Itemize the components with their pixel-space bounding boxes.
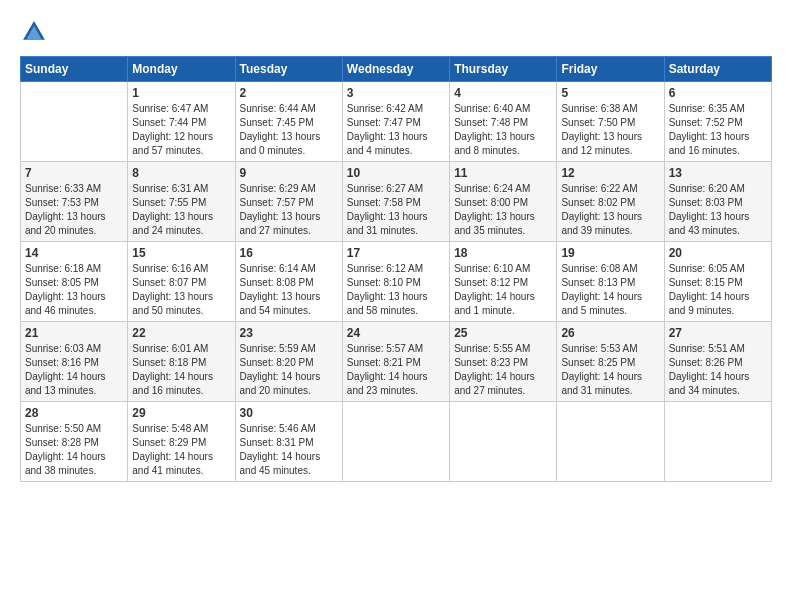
calendar-cell: 13Sunrise: 6:20 AM Sunset: 8:03 PM Dayli… bbox=[664, 162, 771, 242]
calendar-cell: 19Sunrise: 6:08 AM Sunset: 8:13 PM Dayli… bbox=[557, 242, 664, 322]
day-info: Sunrise: 6:10 AM Sunset: 8:12 PM Dayligh… bbox=[454, 262, 552, 318]
logo-icon bbox=[20, 18, 48, 46]
day-number: 26 bbox=[561, 326, 659, 340]
calendar-cell: 16Sunrise: 6:14 AM Sunset: 8:08 PM Dayli… bbox=[235, 242, 342, 322]
day-number: 7 bbox=[25, 166, 123, 180]
day-info: Sunrise: 6:33 AM Sunset: 7:53 PM Dayligh… bbox=[25, 182, 123, 238]
day-number: 19 bbox=[561, 246, 659, 260]
day-info: Sunrise: 6:42 AM Sunset: 7:47 PM Dayligh… bbox=[347, 102, 445, 158]
day-number: 2 bbox=[240, 86, 338, 100]
weekday-header-tuesday: Tuesday bbox=[235, 57, 342, 82]
header bbox=[20, 18, 772, 46]
day-info: Sunrise: 6:47 AM Sunset: 7:44 PM Dayligh… bbox=[132, 102, 230, 158]
calendar-cell bbox=[450, 402, 557, 482]
day-info: Sunrise: 5:57 AM Sunset: 8:21 PM Dayligh… bbox=[347, 342, 445, 398]
day-number: 29 bbox=[132, 406, 230, 420]
day-number: 21 bbox=[25, 326, 123, 340]
weekday-header-sunday: Sunday bbox=[21, 57, 128, 82]
calendar-cell: 20Sunrise: 6:05 AM Sunset: 8:15 PM Dayli… bbox=[664, 242, 771, 322]
calendar-cell: 27Sunrise: 5:51 AM Sunset: 8:26 PM Dayli… bbox=[664, 322, 771, 402]
calendar-cell: 11Sunrise: 6:24 AM Sunset: 8:00 PM Dayli… bbox=[450, 162, 557, 242]
day-number: 4 bbox=[454, 86, 552, 100]
week-row-1: 1Sunrise: 6:47 AM Sunset: 7:44 PM Daylig… bbox=[21, 82, 772, 162]
day-number: 30 bbox=[240, 406, 338, 420]
day-info: Sunrise: 6:16 AM Sunset: 8:07 PM Dayligh… bbox=[132, 262, 230, 318]
week-row-3: 14Sunrise: 6:18 AM Sunset: 8:05 PM Dayli… bbox=[21, 242, 772, 322]
week-row-4: 21Sunrise: 6:03 AM Sunset: 8:16 PM Dayli… bbox=[21, 322, 772, 402]
calendar-cell: 5Sunrise: 6:38 AM Sunset: 7:50 PM Daylig… bbox=[557, 82, 664, 162]
day-number: 5 bbox=[561, 86, 659, 100]
day-info: Sunrise: 6:29 AM Sunset: 7:57 PM Dayligh… bbox=[240, 182, 338, 238]
calendar-cell: 24Sunrise: 5:57 AM Sunset: 8:21 PM Dayli… bbox=[342, 322, 449, 402]
day-info: Sunrise: 6:40 AM Sunset: 7:48 PM Dayligh… bbox=[454, 102, 552, 158]
calendar-cell: 28Sunrise: 5:50 AM Sunset: 8:28 PM Dayli… bbox=[21, 402, 128, 482]
calendar-cell: 3Sunrise: 6:42 AM Sunset: 7:47 PM Daylig… bbox=[342, 82, 449, 162]
day-number: 10 bbox=[347, 166, 445, 180]
day-number: 11 bbox=[454, 166, 552, 180]
calendar-cell: 25Sunrise: 5:55 AM Sunset: 8:23 PM Dayli… bbox=[450, 322, 557, 402]
calendar-cell: 4Sunrise: 6:40 AM Sunset: 7:48 PM Daylig… bbox=[450, 82, 557, 162]
calendar-cell: 10Sunrise: 6:27 AM Sunset: 7:58 PM Dayli… bbox=[342, 162, 449, 242]
day-info: Sunrise: 6:01 AM Sunset: 8:18 PM Dayligh… bbox=[132, 342, 230, 398]
weekday-header-monday: Monday bbox=[128, 57, 235, 82]
day-number: 15 bbox=[132, 246, 230, 260]
day-info: Sunrise: 5:51 AM Sunset: 8:26 PM Dayligh… bbox=[669, 342, 767, 398]
day-number: 28 bbox=[25, 406, 123, 420]
day-number: 27 bbox=[669, 326, 767, 340]
day-number: 3 bbox=[347, 86, 445, 100]
day-number: 6 bbox=[669, 86, 767, 100]
day-info: Sunrise: 5:50 AM Sunset: 8:28 PM Dayligh… bbox=[25, 422, 123, 478]
calendar-cell: 1Sunrise: 6:47 AM Sunset: 7:44 PM Daylig… bbox=[128, 82, 235, 162]
day-info: Sunrise: 5:59 AM Sunset: 8:20 PM Dayligh… bbox=[240, 342, 338, 398]
day-info: Sunrise: 6:24 AM Sunset: 8:00 PM Dayligh… bbox=[454, 182, 552, 238]
weekday-header-friday: Friday bbox=[557, 57, 664, 82]
calendar-cell bbox=[557, 402, 664, 482]
calendar-cell: 17Sunrise: 6:12 AM Sunset: 8:10 PM Dayli… bbox=[342, 242, 449, 322]
day-number: 8 bbox=[132, 166, 230, 180]
day-info: Sunrise: 6:31 AM Sunset: 7:55 PM Dayligh… bbox=[132, 182, 230, 238]
calendar-cell: 2Sunrise: 6:44 AM Sunset: 7:45 PM Daylig… bbox=[235, 82, 342, 162]
day-info: Sunrise: 6:20 AM Sunset: 8:03 PM Dayligh… bbox=[669, 182, 767, 238]
calendar-cell bbox=[664, 402, 771, 482]
day-number: 22 bbox=[132, 326, 230, 340]
calendar-page: SundayMondayTuesdayWednesdayThursdayFrid… bbox=[0, 0, 792, 612]
day-number: 17 bbox=[347, 246, 445, 260]
calendar-cell bbox=[21, 82, 128, 162]
calendar-cell: 14Sunrise: 6:18 AM Sunset: 8:05 PM Dayli… bbox=[21, 242, 128, 322]
day-info: Sunrise: 6:08 AM Sunset: 8:13 PM Dayligh… bbox=[561, 262, 659, 318]
week-row-5: 28Sunrise: 5:50 AM Sunset: 8:28 PM Dayli… bbox=[21, 402, 772, 482]
day-number: 1 bbox=[132, 86, 230, 100]
calendar-cell: 23Sunrise: 5:59 AM Sunset: 8:20 PM Dayli… bbox=[235, 322, 342, 402]
day-number: 14 bbox=[25, 246, 123, 260]
weekday-header-wednesday: Wednesday bbox=[342, 57, 449, 82]
day-info: Sunrise: 5:48 AM Sunset: 8:29 PM Dayligh… bbox=[132, 422, 230, 478]
day-info: Sunrise: 5:55 AM Sunset: 8:23 PM Dayligh… bbox=[454, 342, 552, 398]
day-info: Sunrise: 6:14 AM Sunset: 8:08 PM Dayligh… bbox=[240, 262, 338, 318]
day-number: 20 bbox=[669, 246, 767, 260]
day-info: Sunrise: 6:03 AM Sunset: 8:16 PM Dayligh… bbox=[25, 342, 123, 398]
day-info: Sunrise: 6:44 AM Sunset: 7:45 PM Dayligh… bbox=[240, 102, 338, 158]
day-number: 16 bbox=[240, 246, 338, 260]
day-info: Sunrise: 6:38 AM Sunset: 7:50 PM Dayligh… bbox=[561, 102, 659, 158]
day-info: Sunrise: 5:53 AM Sunset: 8:25 PM Dayligh… bbox=[561, 342, 659, 398]
day-info: Sunrise: 6:22 AM Sunset: 8:02 PM Dayligh… bbox=[561, 182, 659, 238]
calendar-cell: 9Sunrise: 6:29 AM Sunset: 7:57 PM Daylig… bbox=[235, 162, 342, 242]
day-info: Sunrise: 6:35 AM Sunset: 7:52 PM Dayligh… bbox=[669, 102, 767, 158]
calendar-cell: 15Sunrise: 6:16 AM Sunset: 8:07 PM Dayli… bbox=[128, 242, 235, 322]
day-number: 23 bbox=[240, 326, 338, 340]
calendar-cell bbox=[342, 402, 449, 482]
weekday-header-thursday: Thursday bbox=[450, 57, 557, 82]
day-number: 18 bbox=[454, 246, 552, 260]
calendar-cell: 30Sunrise: 5:46 AM Sunset: 8:31 PM Dayli… bbox=[235, 402, 342, 482]
day-number: 24 bbox=[347, 326, 445, 340]
day-info: Sunrise: 6:18 AM Sunset: 8:05 PM Dayligh… bbox=[25, 262, 123, 318]
day-number: 9 bbox=[240, 166, 338, 180]
day-info: Sunrise: 6:27 AM Sunset: 7:58 PM Dayligh… bbox=[347, 182, 445, 238]
day-info: Sunrise: 5:46 AM Sunset: 8:31 PM Dayligh… bbox=[240, 422, 338, 478]
day-number: 25 bbox=[454, 326, 552, 340]
calendar-cell: 6Sunrise: 6:35 AM Sunset: 7:52 PM Daylig… bbox=[664, 82, 771, 162]
calendar-cell: 8Sunrise: 6:31 AM Sunset: 7:55 PM Daylig… bbox=[128, 162, 235, 242]
logo bbox=[20, 18, 52, 46]
day-number: 12 bbox=[561, 166, 659, 180]
weekday-header-row: SundayMondayTuesdayWednesdayThursdayFrid… bbox=[21, 57, 772, 82]
